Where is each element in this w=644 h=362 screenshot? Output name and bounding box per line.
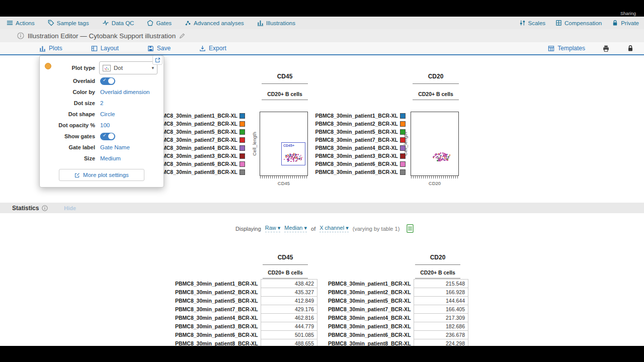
row-value: 166.405 bbox=[414, 305, 468, 314]
dot-plot-cd20 bbox=[411, 112, 459, 176]
toolbar-templates[interactable]: Templates bbox=[545, 45, 588, 52]
nav-label: Data QC bbox=[112, 20, 134, 26]
row-value: 166.928 bbox=[414, 288, 468, 297]
x-axis-label: CD20 bbox=[411, 180, 459, 186]
toolbar-plots[interactable]: Plots bbox=[36, 45, 65, 52]
row-sample-name: PBMC8_30min_patient3_BCR-XL bbox=[328, 322, 414, 331]
sample-color-swatch bbox=[239, 145, 245, 151]
row-value: 501.085 bbox=[261, 330, 317, 339]
sample-color-swatch bbox=[400, 169, 406, 175]
sample-color-swatch bbox=[400, 113, 406, 119]
raw-dropdown[interactable]: Raw ▾ bbox=[265, 225, 281, 232]
x-axis-ticks bbox=[260, 176, 307, 178]
table-row: PBMC8_30min_patient1_BCR-XL438.422 bbox=[175, 279, 317, 288]
nav-data-qc[interactable]: Data QC bbox=[96, 17, 141, 29]
sample-name: PBMC8_30min_patient2_BCR-XL bbox=[154, 121, 237, 127]
toolbar-lock[interactable] bbox=[624, 45, 637, 52]
list-item: PBMC8_30min_patient7_BCR-XL bbox=[297, 136, 406, 144]
show-gates-toggle[interactable] bbox=[100, 133, 115, 140]
letterbox-bottom-bar bbox=[0, 346, 644, 362]
table-row: PBMC8_30min_patient6_BCR-XL501.085 bbox=[175, 330, 317, 339]
sample-color-swatch bbox=[400, 161, 406, 167]
more-plot-settings-button[interactable]: More plot settings bbox=[59, 169, 144, 181]
letterbox-top-bar: Sharing bbox=[0, 0, 644, 17]
show-gates-row: Show gates bbox=[40, 131, 164, 142]
scatter-dot bbox=[442, 156, 443, 157]
sample-name: PBMC8_30min_patient5_BCR-XL bbox=[315, 129, 398, 135]
nav-label: Actions bbox=[16, 20, 35, 26]
info-icon[interactable] bbox=[17, 32, 24, 39]
lock-icon bbox=[627, 45, 634, 52]
csv-download-icon[interactable] bbox=[407, 224, 414, 233]
plot-population-header: CD20+ B cells bbox=[262, 91, 308, 100]
toolbar-export[interactable]: Export bbox=[196, 45, 229, 52]
of-label: of bbox=[311, 226, 315, 232]
plot-column-header-cd45: CD45 bbox=[262, 73, 308, 84]
chevron-down-icon: ▾ bbox=[304, 225, 307, 231]
dot-size-value[interactable]: 2 bbox=[100, 100, 103, 106]
dot-opacity-value[interactable]: 100 bbox=[100, 122, 110, 128]
dot-shape-value[interactable]: Circle bbox=[100, 111, 115, 117]
size-value[interactable]: Medium bbox=[100, 155, 121, 161]
chevron-down-icon: ▾ bbox=[278, 225, 281, 231]
gate-label-row: Gate label Gate Name bbox=[40, 142, 164, 153]
edit-pencil-icon[interactable] bbox=[179, 33, 185, 39]
nav-actions[interactable]: Actions bbox=[0, 17, 41, 29]
warning-dot-icon[interactable] bbox=[45, 63, 51, 69]
dot-size-row: Dot size 2 bbox=[40, 98, 164, 109]
toolbar-right-group: Templates bbox=[545, 45, 637, 52]
nav-sharing-private[interactable]: Private bbox=[607, 17, 644, 29]
sharing-label: Sharing bbox=[620, 11, 636, 16]
sample-name: PBMC8_30min_patient3_BCR-XL bbox=[315, 153, 398, 159]
statistic-dropdown[interactable]: Median ▾ bbox=[284, 225, 307, 232]
toolbar-print[interactable] bbox=[599, 45, 613, 52]
scales-icon bbox=[519, 20, 526, 26]
row-value: 444.779 bbox=[261, 322, 317, 331]
table-row: PBMC8_30min_patient5_BCR-XL412.849 bbox=[175, 296, 317, 305]
row-value: 215.548 bbox=[414, 279, 468, 288]
table-row: PBMC8_30min_patient1_BCR-XL215.548 bbox=[328, 279, 468, 288]
gate-label-value[interactable]: Gate Name bbox=[100, 144, 130, 150]
color-by-value[interactable]: Overlaid dimension bbox=[100, 89, 149, 95]
table-row: PBMC8_30min_patient3_BCR-XL182.686 bbox=[328, 322, 468, 331]
overlaid-toggle[interactable] bbox=[100, 77, 115, 85]
field-label: Show gates bbox=[46, 133, 95, 139]
nav-sample-tags[interactable]: Sample tags bbox=[41, 17, 96, 29]
hide-statistics-link[interactable]: Hide bbox=[64, 205, 76, 211]
table-row: PBMC8_30min_patient3_BCR-XL444.779 bbox=[175, 322, 317, 331]
top-nav: Actions Sample tags Data QC Gates Advanc… bbox=[0, 17, 644, 29]
nav-gates[interactable]: Gates bbox=[140, 17, 178, 29]
nav-compensation[interactable]: Compensation bbox=[550, 17, 607, 29]
scatter-dot bbox=[445, 154, 446, 155]
cluster-icon bbox=[185, 20, 191, 26]
nav-advanced-analyses[interactable]: Advanced analyses bbox=[178, 17, 251, 29]
scatter-dot bbox=[433, 157, 434, 158]
nav-illustrations[interactable]: Illustrations bbox=[251, 17, 302, 29]
sample-color-swatch bbox=[400, 129, 406, 135]
matrix-icon bbox=[555, 20, 562, 26]
illustration-title-bar: Illustration Editor — Cytobank Support i… bbox=[0, 29, 644, 42]
printer-icon bbox=[602, 45, 610, 52]
row-value: 182.686 bbox=[414, 322, 468, 331]
tag-icon bbox=[48, 20, 54, 26]
gate-name-label: CD45+ bbox=[283, 144, 294, 147]
row-value: 217.309 bbox=[414, 313, 468, 322]
nav-label: Scales bbox=[528, 20, 546, 26]
row-sample-name: PBMC8_30min_patient3_BCR-XL bbox=[175, 322, 261, 331]
row-value: 429.176 bbox=[261, 305, 317, 314]
field-label: Dot size bbox=[46, 100, 95, 106]
info-icon[interactable] bbox=[42, 205, 48, 211]
toolbar-save[interactable]: Save bbox=[144, 45, 174, 52]
channel-dropdown[interactable]: X channel ▾ bbox=[319, 225, 349, 232]
scatter-dot bbox=[436, 157, 437, 158]
table-row: PBMC8_30min_patient4_BCR-XL462.816 bbox=[175, 313, 317, 322]
plot-type-dropdown[interactable]: Dot ▾ bbox=[99, 61, 157, 74]
row-value: 435.327 bbox=[261, 288, 317, 297]
sample-name: PBMC8_30min_patient6_BCR-XL bbox=[315, 161, 398, 167]
nav-label: Illustrations bbox=[266, 20, 295, 26]
toolbar-layout[interactable]: Layout bbox=[88, 45, 122, 52]
nav-scales[interactable]: Scales bbox=[514, 17, 551, 29]
popout-panel-button[interactable] bbox=[152, 55, 163, 65]
sample-name: PBMC8_30min_patient1_BCR-XL bbox=[154, 113, 237, 119]
scatter-dot bbox=[439, 153, 440, 154]
